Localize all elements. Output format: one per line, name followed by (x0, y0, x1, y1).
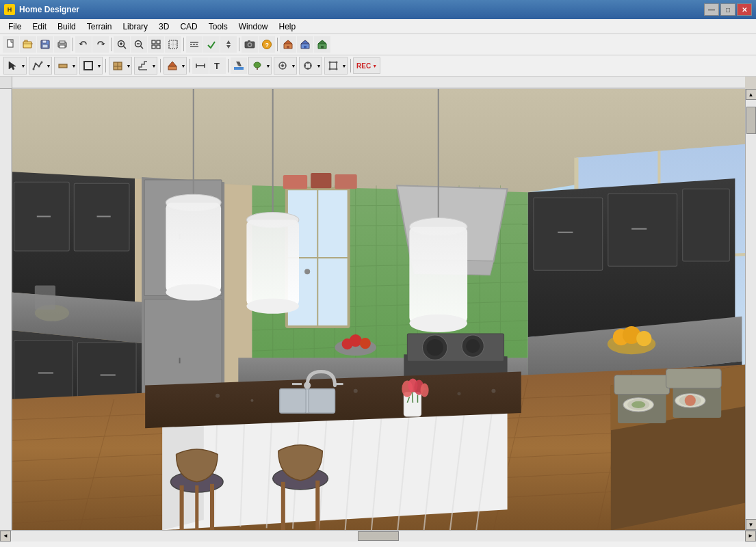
wall-dropdown[interactable]: ▼ (71, 57, 77, 74)
svg-point-158 (466, 339, 480, 353)
ref-floors-button[interactable] (186, 36, 203, 53)
transform-button[interactable] (325, 57, 341, 74)
plant-tool-group: ▼ (248, 57, 272, 75)
svg-point-230 (166, 284, 221, 300)
svg-line-14 (141, 46, 144, 49)
kitchen-3d-scene (12, 89, 745, 530)
dimension-button[interactable] (192, 57, 209, 74)
stairs-button[interactable] (135, 57, 151, 74)
svg-rect-42 (321, 46, 324, 49)
menu-cad[interactable]: CAD (174, 21, 203, 33)
window-controls: — □ ✕ (704, 3, 752, 16)
object-button[interactable] (274, 57, 291, 74)
scroll-left-button[interactable]: ◄ (0, 531, 11, 542)
scroll-up-button[interactable]: ▲ (746, 89, 757, 100)
svg-rect-256 (614, 375, 670, 394)
record-dropdown-arrow[interactable]: ▼ (372, 64, 377, 68)
scroll-track-right[interactable] (746, 100, 757, 519)
fill-button[interactable] (231, 57, 247, 74)
house-view2-button[interactable] (297, 36, 313, 53)
room-button[interactable] (80, 57, 96, 74)
window-title: Home Designer (19, 5, 704, 14)
svg-rect-73 (330, 62, 337, 69)
svg-rect-162 (683, 189, 730, 261)
svg-rect-237 (409, 227, 467, 323)
scroll-thumb-bottom[interactable] (358, 531, 399, 541)
menu-tools[interactable]: Tools (203, 21, 233, 33)
record-button[interactable]: REC ▼ (353, 57, 380, 74)
minimize-button[interactable]: — (704, 3, 719, 16)
move-tool-group: ▼ (299, 57, 322, 75)
zoom-in-button[interactable] (114, 36, 130, 53)
menu-library[interactable]: Library (117, 21, 153, 33)
house-view3-button[interactable] (314, 36, 330, 53)
menu-window[interactable]: Window (233, 21, 274, 33)
close-button[interactable]: ✕ (737, 3, 752, 16)
new-button[interactable] (3, 36, 19, 53)
svg-point-223 (421, 384, 429, 397)
menu-build[interactable]: Build (52, 21, 81, 33)
zoom-box-button[interactable] (165, 36, 181, 53)
check-button[interactable] (203, 36, 220, 53)
svg-rect-55 (168, 66, 177, 70)
svg-point-74 (329, 62, 331, 64)
object-dropdown[interactable]: ▼ (291, 57, 296, 74)
undo-button[interactable] (75, 36, 92, 53)
maximize-button[interactable]: □ (720, 3, 735, 16)
menu-terrain[interactable]: Terrain (81, 21, 118, 33)
menu-edit[interactable]: Edit (27, 21, 52, 33)
menu-file[interactable]: File (3, 21, 27, 33)
svg-line-10 (124, 46, 127, 49)
house-view1-button[interactable] (280, 36, 296, 53)
arrows-button[interactable] (220, 36, 237, 53)
svg-marker-54 (168, 62, 177, 66)
polyline-button[interactable] (29, 57, 46, 74)
cabinet-button[interactable] (109, 57, 126, 74)
scroll-right-button[interactable]: ► (745, 531, 756, 542)
room-dropdown[interactable]: ▼ (96, 57, 102, 74)
svg-point-206 (216, 394, 220, 398)
plant-button[interactable] (249, 57, 265, 74)
svg-point-255 (685, 395, 696, 406)
camera-button[interactable] (242, 36, 258, 53)
scroll-thumb-right[interactable] (746, 107, 756, 134)
record-label: REC (356, 62, 371, 70)
select-dropdown[interactable]: ▼ (21, 57, 26, 74)
zoom-out-button[interactable] (131, 36, 147, 53)
svg-marker-43 (9, 62, 16, 70)
wall-button[interactable] (55, 57, 71, 74)
ruler-top-spacer (745, 77, 756, 89)
print-button[interactable] (54, 36, 70, 53)
svg-marker-41 (318, 40, 326, 44)
scroll-track-bottom[interactable] (11, 531, 745, 542)
zoom-fit-button[interactable] (148, 36, 164, 53)
move-button[interactable] (300, 57, 316, 74)
svg-rect-161 (608, 194, 677, 266)
roof-tool-button[interactable] (164, 57, 181, 74)
scroll-down-button[interactable]: ▼ (746, 519, 757, 530)
svg-rect-48 (59, 64, 67, 68)
svg-marker-38 (301, 40, 309, 44)
roof-dropdown[interactable]: ▼ (181, 57, 186, 74)
stairs-dropdown[interactable]: ▼ (151, 57, 157, 74)
open-button[interactable] (20, 36, 36, 53)
redo-button[interactable] (92, 36, 109, 53)
transform-dropdown[interactable]: ▼ (341, 57, 347, 74)
help-button[interactable]: ? (259, 36, 275, 53)
cabinet-dropdown[interactable]: ▼ (126, 57, 131, 74)
roof-tool-group: ▼ (164, 57, 187, 75)
text-button[interactable]: T (209, 57, 226, 74)
polyline-dropdown[interactable]: ▼ (46, 57, 51, 74)
svg-point-77 (336, 68, 338, 70)
menu-help[interactable]: Help (273, 21, 301, 33)
plant-dropdown[interactable]: ▼ (265, 57, 271, 74)
select-button[interactable] (4, 57, 21, 74)
move-dropdown[interactable]: ▼ (316, 57, 322, 74)
svg-rect-31 (248, 40, 250, 42)
menu-3d[interactable]: 3D (153, 21, 174, 33)
canvas-area[interactable] (12, 89, 745, 530)
save-button[interactable] (37, 36, 53, 53)
toolbar1: ? (0, 34, 756, 55)
svg-rect-229 (166, 202, 221, 292)
svg-point-46 (38, 66, 40, 68)
